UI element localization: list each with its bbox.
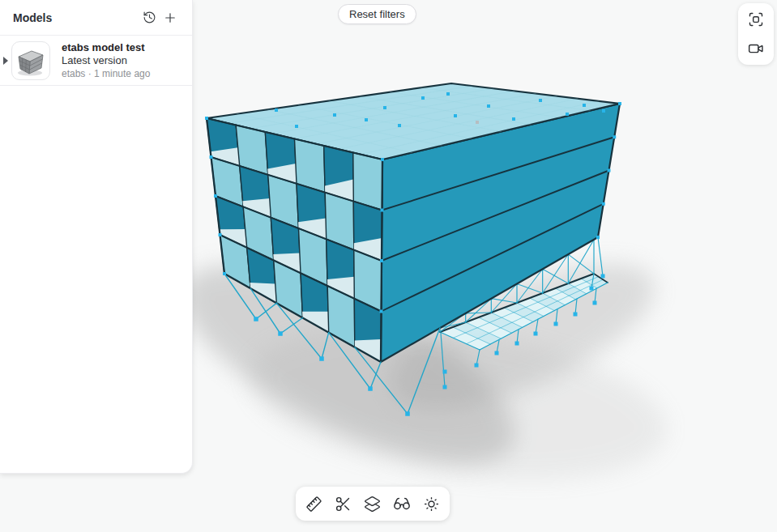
camera-icon[interactable] <box>745 38 766 59</box>
chevron-right-icon[interactable] <box>0 57 11 65</box>
measure-icon[interactable] <box>301 492 326 516</box>
models-sidebar: Models etabs model t <box>0 0 193 474</box>
sidebar-header: Models <box>0 0 192 36</box>
add-icon[interactable] <box>160 7 181 28</box>
sidebar-title: Models <box>13 11 139 24</box>
model-list-item[interactable]: etabs model test Latest version etabs · … <box>0 36 192 86</box>
view-controls-panel <box>738 3 774 65</box>
app-window: Models etabs model t <box>0 0 777 532</box>
history-icon[interactable] <box>139 7 160 28</box>
fit-view-icon[interactable] <box>745 9 766 30</box>
model-name: etabs model test <box>62 41 150 54</box>
model-texts: etabs model test Latest version etabs · … <box>62 41 150 80</box>
viewer-toolbar <box>296 487 450 521</box>
model-version: Latest version <box>62 54 150 67</box>
section-cut-icon[interactable] <box>331 492 356 516</box>
reset-filters-button[interactable]: Reset filters <box>338 4 416 24</box>
sun-icon[interactable] <box>420 492 444 516</box>
model-thumbnail <box>11 41 50 80</box>
views-icon[interactable] <box>390 492 414 516</box>
model-meta: etabs · 1 minute ago <box>62 68 150 80</box>
layers-icon[interactable] <box>361 492 385 516</box>
